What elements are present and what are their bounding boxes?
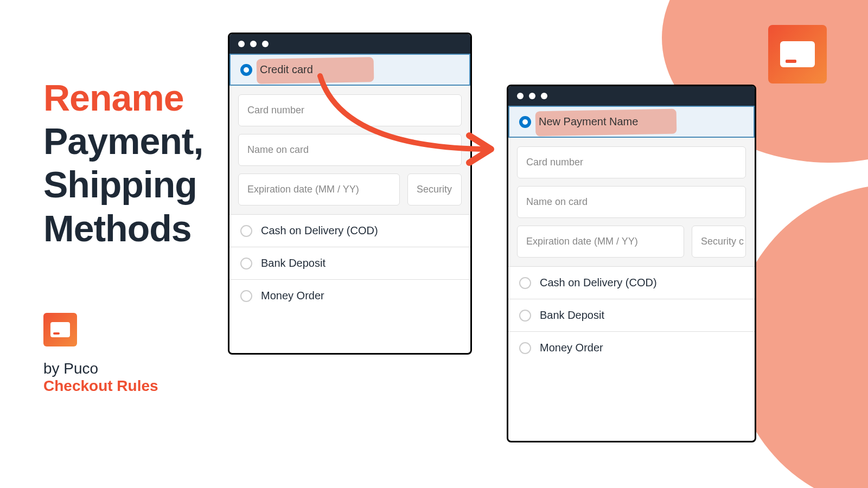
expiration-input[interactable]: Expiration date (MM / YY) <box>238 174 400 206</box>
window-dot <box>517 93 524 99</box>
radio-unselected-icon <box>240 225 252 237</box>
input-row: Expiration date (MM / YY) Security c <box>517 226 746 258</box>
option-label: Bank Deposit <box>261 257 326 269</box>
security-input[interactable]: Security c <box>692 226 746 258</box>
credit-card-icon <box>780 41 815 67</box>
radio-unselected-icon <box>240 258 252 269</box>
window-dot <box>529 93 535 99</box>
window-dot <box>250 41 257 47</box>
credit-card-icon <box>50 322 70 337</box>
window-dot <box>262 41 269 47</box>
browser-window-after: New Payment Name Card number Name on car… <box>507 85 756 442</box>
card-badge-small <box>43 313 77 346</box>
card-badge-top <box>768 25 827 84</box>
browser-content: New Payment Name Card number Name on car… <box>508 106 755 364</box>
browser-chrome <box>229 34 470 54</box>
radio-selected-icon <box>240 64 252 76</box>
name-on-card-input[interactable]: Name on card <box>517 186 746 218</box>
payment-option-bank[interactable]: Bank Deposit <box>229 247 470 279</box>
payment-option-cod[interactable]: Cash on Delivery (COD) <box>229 214 470 247</box>
payment-option-money-order[interactable]: Money Order <box>508 331 755 364</box>
headline: Rename Payment, Shipping Methods <box>43 76 203 250</box>
browser-window-before: Credit card Card number Name on card Exp… <box>228 33 472 355</box>
radio-unselected-icon <box>519 277 531 289</box>
radio-unselected-icon <box>519 310 531 322</box>
option-label: Cash on Delivery (COD) <box>261 224 378 237</box>
option-label: Money Order <box>261 290 324 302</box>
card-form: Card number Name on card Expiration date… <box>229 86 470 214</box>
window-dot <box>238 41 245 47</box>
window-dot <box>541 93 547 99</box>
card-number-input[interactable]: Card number <box>517 146 746 178</box>
payment-method-selected[interactable]: Credit card <box>229 54 470 86</box>
radio-unselected-icon <box>240 290 252 302</box>
byline-top: by Puco <box>43 360 158 377</box>
security-input[interactable]: Security <box>407 174 462 206</box>
headline-accent: Rename <box>43 77 184 118</box>
card-number-input[interactable]: Card number <box>238 94 462 126</box>
name-on-card-input[interactable]: Name on card <box>238 134 462 166</box>
payment-label: Credit card <box>260 63 313 76</box>
input-row: Expiration date (MM / YY) Security <box>238 174 462 206</box>
payment-label: New Payment Name <box>539 115 638 128</box>
byline-bottom: Checkout Rules <box>43 377 158 395</box>
option-label: Money Order <box>540 342 603 354</box>
expiration-input[interactable]: Expiration date (MM / YY) <box>517 226 684 258</box>
headline-line3: Shipping <box>43 164 197 205</box>
headline-line4: Methods <box>43 208 192 249</box>
radio-unselected-icon <box>519 342 531 354</box>
headline-line2: Payment, <box>43 120 203 162</box>
option-label: Bank Deposit <box>540 309 604 322</box>
option-label: Cash on Delivery (COD) <box>540 277 657 289</box>
radio-selected-icon <box>519 116 531 128</box>
payment-method-selected[interactable]: New Payment Name <box>508 106 755 138</box>
card-form: Card number Name on card Expiration date… <box>508 138 755 266</box>
payment-option-cod[interactable]: Cash on Delivery (COD) <box>508 266 755 299</box>
payment-option-money-order[interactable]: Money Order <box>229 279 470 312</box>
byline: by Puco Checkout Rules <box>43 360 158 395</box>
payment-option-bank[interactable]: Bank Deposit <box>508 299 755 331</box>
browser-chrome <box>508 86 755 106</box>
browser-content: Credit card Card number Name on card Exp… <box>229 54 470 312</box>
